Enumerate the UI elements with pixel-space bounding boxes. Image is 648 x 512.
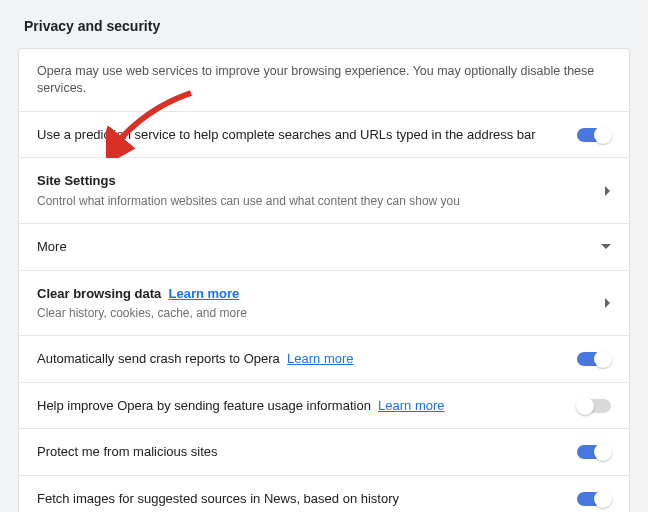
prediction-toggle[interactable] bbox=[577, 128, 611, 142]
info-row: Opera may use web services to improve yo… bbox=[19, 49, 629, 112]
site-settings-row[interactable]: Site Settings Control what information w… bbox=[19, 158, 629, 224]
crash-reports-label: Automatically send crash reports to Oper… bbox=[37, 350, 561, 368]
privacy-card: Opera may use web services to improve yo… bbox=[18, 48, 630, 512]
malicious-toggle[interactable] bbox=[577, 445, 611, 459]
more-label: More bbox=[37, 238, 593, 256]
section-title: Privacy and security bbox=[24, 18, 630, 34]
feature-usage-learn-more-link[interactable]: Learn more bbox=[378, 398, 444, 413]
site-settings-title: Site Settings bbox=[37, 172, 593, 190]
site-settings-sub: Control what information websites can us… bbox=[37, 193, 593, 209]
news-images-label: Fetch images for suggested sources in Ne… bbox=[37, 490, 561, 508]
chevron-down-icon bbox=[593, 244, 611, 250]
clear-data-title: Clear browsing data Learn more bbox=[37, 285, 593, 303]
info-text: Opera may use web services to improve yo… bbox=[37, 63, 611, 97]
chevron-right-icon bbox=[593, 298, 611, 308]
prediction-label: Use a prediction service to help complet… bbox=[37, 126, 561, 144]
more-row[interactable]: More bbox=[19, 224, 629, 271]
news-images-row: Fetch images for suggested sources in Ne… bbox=[19, 476, 629, 512]
malicious-row: Protect me from malicious sites bbox=[19, 429, 629, 476]
malicious-label: Protect me from malicious sites bbox=[37, 443, 561, 461]
news-images-toggle[interactable] bbox=[577, 492, 611, 506]
feature-usage-row: Help improve Opera by sending feature us… bbox=[19, 383, 629, 430]
feature-usage-toggle[interactable] bbox=[577, 399, 611, 413]
prediction-row: Use a prediction service to help complet… bbox=[19, 112, 629, 159]
clear-data-sub: Clear history, cookies, cache, and more bbox=[37, 305, 593, 321]
clear-data-learn-more-link[interactable]: Learn more bbox=[168, 286, 239, 301]
chevron-right-icon bbox=[593, 186, 611, 196]
crash-reports-row: Automatically send crash reports to Oper… bbox=[19, 336, 629, 383]
feature-usage-label: Help improve Opera by sending feature us… bbox=[37, 397, 561, 415]
crash-reports-learn-more-link[interactable]: Learn more bbox=[287, 351, 353, 366]
clear-data-row[interactable]: Clear browsing data Learn more Clear his… bbox=[19, 271, 629, 337]
crash-reports-toggle[interactable] bbox=[577, 352, 611, 366]
